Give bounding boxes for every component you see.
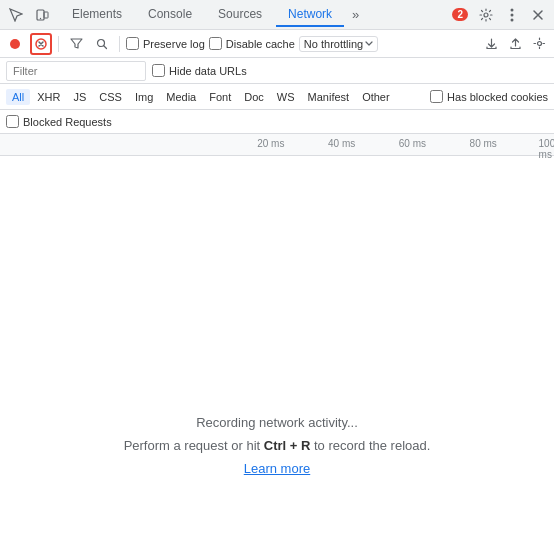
blocked-requests-checkbox[interactable]	[6, 115, 19, 128]
throttle-dropdown[interactable]: No throttling	[299, 36, 378, 52]
reload-text-before: Perform a request or hit	[124, 438, 264, 453]
blocked-requests-row: Blocked Requests	[0, 110, 554, 134]
has-blocked-cookies-text: Has blocked cookies	[447, 91, 548, 103]
preserve-log-checkbox[interactable]	[126, 37, 139, 50]
has-blocked-cookies-checkbox[interactable]	[430, 90, 443, 103]
export-har-button[interactable]	[504, 33, 526, 55]
import-export-buttons	[480, 33, 550, 55]
network-settings-button[interactable]	[528, 33, 550, 55]
type-btn-ws[interactable]: WS	[271, 89, 301, 105]
tab-network[interactable]: Network	[276, 3, 344, 27]
network-toolbar: Preserve log Disable cache No throttling	[0, 30, 554, 58]
record-button[interactable]	[4, 33, 26, 55]
hide-data-urls-text: Hide data URLs	[169, 65, 247, 77]
disable-cache-label: Disable cache	[226, 38, 295, 50]
recording-text: Recording network activity...	[196, 415, 358, 430]
learn-more-link[interactable]: Learn more	[244, 461, 310, 476]
preserve-log-checkbox-label[interactable]: Preserve log	[126, 37, 205, 50]
ruler-mark-40ms: 40 ms	[328, 138, 355, 149]
tab-sources[interactable]: Sources	[206, 3, 274, 27]
tab-more-button[interactable]: »	[346, 3, 365, 26]
filter-button[interactable]	[65, 33, 87, 55]
svg-point-4	[511, 8, 514, 11]
svg-point-6	[511, 18, 514, 21]
tab-right-icons: 2	[452, 3, 550, 27]
svg-point-2	[40, 17, 41, 18]
hide-data-urls-label[interactable]: Hide data URLs	[152, 64, 247, 77]
type-btn-media[interactable]: Media	[160, 89, 202, 105]
toolbar-divider-1	[58, 36, 59, 52]
blocked-requests-label[interactable]: Blocked Requests	[6, 115, 112, 128]
preserve-log-label: Preserve log	[143, 38, 205, 50]
type-btn-img[interactable]: Img	[129, 89, 159, 105]
type-btn-other[interactable]: Other	[356, 89, 396, 105]
clear-button[interactable]	[30, 33, 52, 55]
type-filter-row: All XHR JS CSS Img Media Font Doc WS Man…	[0, 84, 554, 110]
ruler-mark-100ms: 100 ms	[539, 138, 554, 160]
tab-bar: Elements Console Sources Network » 2	[0, 0, 554, 30]
ruler-marks: 20 ms 40 ms 60 ms 80 ms 100 ms	[200, 134, 554, 155]
device-toggle-button[interactable]	[30, 3, 54, 27]
import-har-button[interactable]	[480, 33, 502, 55]
more-options-button[interactable]	[500, 3, 524, 27]
tab-console[interactable]: Console	[136, 3, 204, 27]
ruler-mark-60ms: 60 ms	[399, 138, 426, 149]
svg-point-7	[10, 39, 20, 49]
empty-state: Recording network activity... Perform a …	[0, 156, 554, 536]
type-btn-font[interactable]: Font	[203, 89, 237, 105]
toolbar-divider-2	[119, 36, 120, 52]
type-btn-xhr[interactable]: XHR	[31, 89, 66, 105]
svg-point-10	[537, 42, 541, 46]
has-blocked-cookies-label[interactable]: Has blocked cookies	[430, 90, 548, 103]
devtools-icons	[4, 3, 54, 27]
svg-point-5	[511, 13, 514, 16]
inspect-icon-button[interactable]	[4, 3, 28, 27]
reload-instruction: Perform a request or hit Ctrl + R to rec…	[124, 438, 431, 453]
type-btn-manifest[interactable]: Manifest	[302, 89, 356, 105]
close-devtools-button[interactable]	[526, 3, 550, 27]
tab-elements[interactable]: Elements	[60, 3, 134, 27]
type-btn-js[interactable]: JS	[67, 89, 92, 105]
disable-cache-checkbox[interactable]	[209, 37, 222, 50]
filter-input[interactable]	[6, 61, 146, 81]
reload-text-after: to record the reload.	[310, 438, 430, 453]
filter-row: Hide data URLs	[0, 58, 554, 84]
disable-cache-checkbox-label[interactable]: Disable cache	[209, 37, 295, 50]
ruler-mark-20ms: 20 ms	[257, 138, 284, 149]
reload-shortcut: Ctrl + R	[264, 438, 311, 453]
hide-data-urls-checkbox[interactable]	[152, 64, 165, 77]
type-btn-all[interactable]: All	[6, 89, 30, 105]
error-badge: 2	[452, 8, 468, 21]
search-button[interactable]	[91, 33, 113, 55]
blocked-requests-text: Blocked Requests	[23, 116, 112, 128]
type-btn-css[interactable]: CSS	[93, 89, 128, 105]
throttle-label: No throttling	[304, 38, 363, 50]
timeline-ruler: 20 ms 40 ms 60 ms 80 ms 100 ms	[0, 134, 554, 156]
svg-point-3	[484, 13, 488, 17]
type-btn-doc[interactable]: Doc	[238, 89, 270, 105]
ruler-mark-80ms: 80 ms	[470, 138, 497, 149]
settings-button[interactable]	[474, 3, 498, 27]
